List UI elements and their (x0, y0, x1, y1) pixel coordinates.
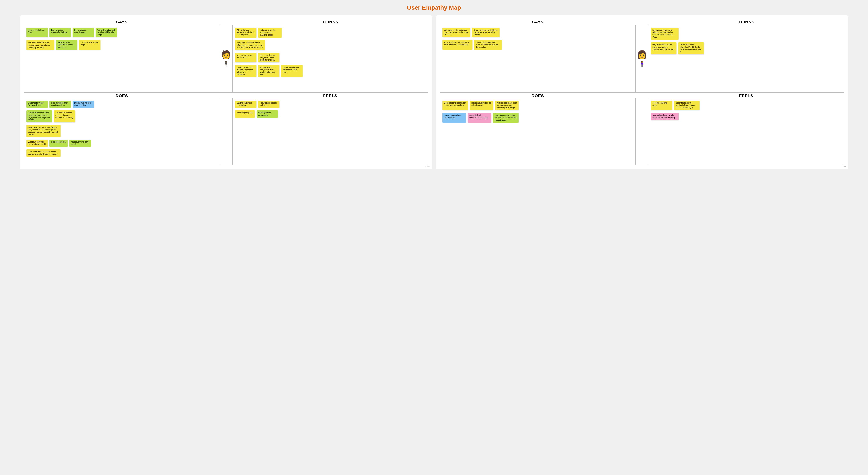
thinks-label-1: THINKS (232, 20, 428, 24)
does-quad-1: Searches for "beer" for 24-pack beer loo… (24, 98, 220, 165)
sticky-says2-1: daily discover showed items previously b… (442, 28, 470, 37)
sticky-says2-3: Too many things for anything to catch at… (442, 40, 472, 50)
sticky-does2-1: Goes directly to search bar as pre-plann… (442, 101, 468, 110)
sticky-thinks-5: Why aren't there any categories for the … (258, 53, 279, 62)
sticky-says-4: Will look at rating and Number sold (Pro… (96, 28, 117, 37)
sticky-does-2: looks at ratings after opening the item (50, 101, 71, 108)
sticky-says2-2: Unsure of meaning of ribbons - Preferred… (472, 28, 500, 37)
sticky-says-5: The search results page looks cleaner mu… (26, 40, 54, 50)
miro-badge-2: miro (841, 165, 845, 168)
sticky-does2-3: Would occasionally open top products or … (495, 101, 519, 110)
sticky-does-10: Gives additional instructions in the add… (26, 149, 61, 157)
sticky-does-8: looks for best deal (50, 139, 68, 147)
sticky-feels2-2: Doesn't care about overload of pop-ups a… (674, 101, 700, 110)
sticky-feels-1: Landing page feels intimidating (235, 101, 256, 108)
sticky-thinks2-2: Why doesn't the landing page have a bigg… (651, 42, 677, 54)
feels-quad-1: Landing page feels intimidating Results … (232, 98, 428, 165)
empathy-map-2: SAYS THINKS daily discover showed items … (436, 15, 848, 169)
sticky-does-9: reads every line (cart page) (69, 139, 91, 147)
sticky-thinks-4: Not sure if the rows are scrollable? (235, 53, 256, 62)
says-quad-1: Have to read all info (cart) Easy to upd… (24, 25, 220, 92)
sticky-thinks-2: Not sure when the banners move (Landing … (258, 28, 282, 38)
maps-container: SAYS THINKS Have to read all info (cart)… (4, 15, 864, 169)
sticky-thinks2-1: large visible images of a relevant item … (651, 28, 679, 39)
person-2: 👩🧍‍♀️ (636, 25, 648, 92)
says-label-2: SAYS (440, 20, 636, 24)
miro-badge-1: miro (425, 165, 430, 168)
sticky-says2-4: They roughly know what I could be intere… (474, 40, 502, 50)
thinks-label-2: THINKS (648, 20, 844, 24)
sticky-thinks-3: cart page - uncertain which information … (235, 40, 265, 50)
person-1: 🧑🕴 (220, 25, 232, 92)
sticky-does-6: When searching for an item (search bar),… (26, 125, 61, 137)
sticky-says-3: free shipping is attractive too (72, 28, 94, 37)
sticky-does-4: Discovers that rows scroll horizontally … (26, 110, 52, 122)
sticky-does-3: Doesn't rate the item after receiving (72, 101, 94, 108)
sticky-thinks2-3: Would have been interested Food & Drinks… (678, 42, 704, 54)
sticky-thinks-8: 0 sold, no rating yet- this doesn't seem… (281, 65, 303, 77)
sticky-feels2-3: Annoyed at alerts. Lazada alerts are not… (651, 113, 679, 120)
bottom-labels-2: DOES FEELS (440, 94, 844, 98)
sticky-feels-2: Results page doesn't feel scary (258, 101, 279, 108)
feels-quad-2: Too loud. (landing page) Doesn't care ab… (648, 98, 844, 165)
sticky-does2-5: Have disabled notifications for shopee (468, 113, 491, 123)
does-quad-2: Goes directly to search bar as pre-plann… (440, 98, 636, 165)
sticky-thinks-1: Why is there no hierarchy or priority in… (235, 28, 256, 38)
page-title: User Empathy Map (4, 4, 864, 11)
empathy-map-1: SAYS THINKS Have to read all info (cart)… (20, 15, 432, 169)
does-label-1: DOES (24, 94, 220, 98)
sticky-does2-2: Doesn't usually open the sales banners (470, 101, 493, 110)
top-labels-1: SAYS THINKS (24, 20, 428, 24)
sticky-says-7: Lot going on (Landing page) (79, 40, 100, 50)
sticky-feels-4: Happy (address instructions) (256, 110, 278, 118)
bottom-labels-1: DOES FEELS (24, 94, 428, 98)
sticky-does2-4: Doesn't rate the item after receiving (442, 113, 466, 123)
sticky-feels2-1: Too loud. (landing page) (651, 101, 672, 110)
sticky-thinks-7: Not interested in 1 beer, how to filter … (258, 65, 279, 77)
sticky-does-7: Won't buy item that has 0 ratings & 0 so… (26, 139, 48, 147)
says-quad-2: daily discover showed items previously b… (440, 25, 636, 92)
thinks-quad-2: large visible images of a relevant item … (648, 25, 844, 92)
feels-label-2: FEELS (648, 94, 844, 98)
sticky-says-6: Preferred label, support local labels lo… (56, 40, 77, 50)
top-labels-2: SAYS THINKS (440, 20, 844, 24)
sticky-does-5: Accidentally touched a banner (shopee ga… (54, 110, 75, 122)
sticky-does2-6: Check the number of items sold from the … (493, 113, 519, 123)
sticky-says-1: Have to read all info (cart) (26, 28, 48, 37)
sticky-thinks-6: Landing page icons (Games etc) are not r… (235, 65, 256, 77)
says-label-1: SAYS (24, 20, 220, 24)
sticky-feels-3: Annoyed (cart page) (235, 110, 255, 118)
feels-label-1: FEELS (232, 94, 428, 98)
sticky-says-2: Easy to update address for delivery (50, 28, 71, 37)
does-label-2: DOES (440, 94, 636, 98)
sticky-does-1: Searches for "beer" for 24-pack beer (26, 101, 48, 108)
thinks-quad-1: Why is there no hierarchy or priority in… (232, 25, 428, 92)
